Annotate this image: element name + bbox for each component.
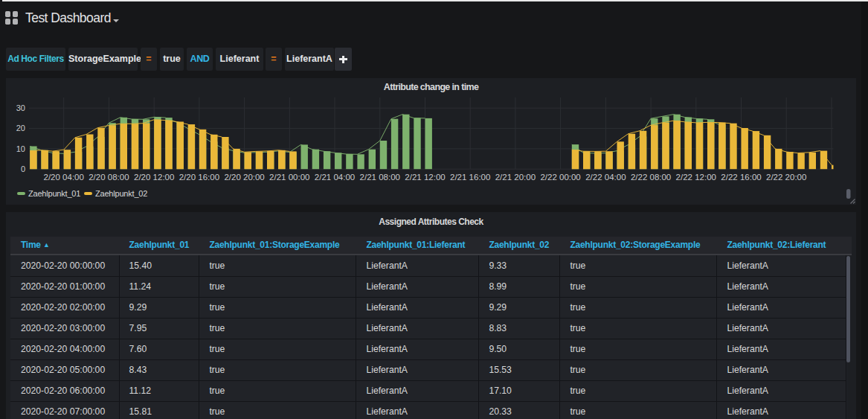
svg-text:2/21 04:00: 2/21 04:00	[315, 173, 355, 182]
svg-text:2/22 16:00: 2/22 16:00	[721, 173, 761, 182]
svg-text:2/22 20:00: 2/22 20:00	[766, 173, 806, 182]
svg-text:2/21 16:00: 2/21 16:00	[450, 173, 490, 182]
svg-text:2/22 12:00: 2/22 12:00	[676, 173, 716, 182]
svg-text:2/21 12:00: 2/21 12:00	[405, 173, 445, 182]
svg-text:2/22 08:00: 2/22 08:00	[631, 173, 671, 182]
svg-text:2/22 04:00: 2/22 04:00	[585, 173, 626, 182]
svg-text:2/20 12:00: 2/20 12:00	[134, 173, 174, 182]
svg-text:2/21 00:00: 2/21 00:00	[269, 173, 309, 182]
svg-text:2/20 20:00: 2/20 20:00	[224, 173, 264, 182]
svg-text:2/20 08:00: 2/20 08:00	[89, 173, 129, 182]
svg-text:2/21 20:00: 2/21 20:00	[495, 173, 536, 182]
svg-text:30: 30	[16, 103, 25, 112]
svg-text:20: 20	[16, 124, 25, 132]
svg-text:2/22 00:00: 2/22 00:00	[540, 173, 580, 182]
svg-text:0: 0	[21, 164, 25, 173]
svg-text:2/20 16:00: 2/20 16:00	[179, 173, 219, 182]
svg-text:10: 10	[16, 144, 25, 153]
svg-text:2/20 04:00: 2/20 04:00	[44, 173, 84, 182]
svg-text:2/21 08:00: 2/21 08:00	[360, 173, 400, 182]
